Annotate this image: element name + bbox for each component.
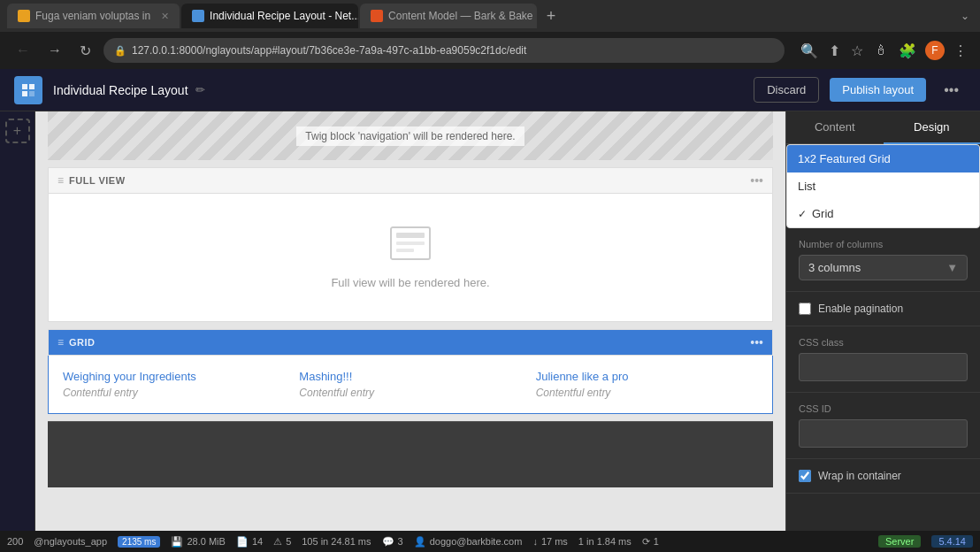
browser-tab-3[interactable]: Content Model — Bark & Bake ✕ <box>360 4 537 28</box>
server-badge: Server <box>878 535 921 548</box>
full-view-block-wrapper: ≡ FULL VIEW ••• Fu <box>48 167 773 322</box>
wrap-container-checkbox[interactable] <box>799 470 811 482</box>
grid-block-wrapper: ≡ GRID ••• Weighing your Ingredients Con… <box>48 329 773 414</box>
browser-actions: 🔍 ⬆ ☆ 🕯 🧩 F ⋮ <box>799 41 969 61</box>
messages-icon: 💬 <box>382 536 394 548</box>
extension-1-button[interactable]: 🕯 <box>872 41 890 60</box>
tab-label-1: Fuga veniam voluptas in <box>35 10 150 22</box>
forward-button[interactable]: → <box>42 39 67 62</box>
grid-check-icon: ✓ <box>798 208 807 220</box>
columns-arrow-icon: ▼ <box>946 261 958 274</box>
browser-tab-1[interactable]: Fuga veniam voluptas in ✕ <box>7 4 180 28</box>
tab-label-2: Individual Recipe Layout - Net... <box>210 10 358 22</box>
full-view-body-text: Full view will be rendered here. <box>331 276 489 289</box>
css-id-section: CSS ID <box>786 393 980 459</box>
panel-tabs: Content Design <box>786 111 980 144</box>
svg-rect-1 <box>29 84 34 89</box>
app-title-container: Individual Recipe Layout ✏ <box>53 83 205 97</box>
app: Individual Recipe Layout ✏ Discard Publi… <box>0 69 980 552</box>
profile-button[interactable]: F <box>925 41 945 60</box>
full-view-block-body: Full view will be rendered here. <box>48 194 773 322</box>
status-messages: 💬 3 <box>382 536 403 548</box>
grid-block-header[interactable]: ≡ GRID ••• <box>48 329 773 356</box>
svg-rect-3 <box>29 91 34 96</box>
status-count2: ⚠ 5 <box>273 536 291 548</box>
grid-item-0: Weighing your Ingredients Contentful ent… <box>63 370 285 399</box>
bookmark-button[interactable]: ☆ <box>849 41 865 61</box>
full-view-block-label: FULL VIEW <box>69 175 126 186</box>
grid-item-2: Julienne like a pro Contentful entry <box>536 370 758 399</box>
grid-block-body: Weighing your Ingredients Contentful ent… <box>48 356 773 414</box>
tab-favicon-3 <box>371 10 383 22</box>
extension-2-button[interactable]: 🧩 <box>897 41 918 61</box>
dropdown-option-list-label: List <box>798 180 815 193</box>
edit-title-icon[interactable]: ✏ <box>195 83 205 96</box>
dropdown-option-grid-label: Grid <box>812 207 834 220</box>
pagination-row: Enable pagination <box>799 303 968 315</box>
grid-block-menu[interactable]: ••• <box>750 335 763 349</box>
url-bar[interactable]: 🔒 127.0.0.1:8000/nglayouts/app#layout/7b… <box>103 38 785 63</box>
status-queue: ⟳ 1 <box>642 536 659 548</box>
dropdown-option-1x2-featured-grid[interactable]: 1x2 Featured Grid <box>787 145 979 172</box>
header-more-button[interactable]: ••• <box>937 79 966 102</box>
nav-block-text: Twig block 'navigation' will be rendered… <box>296 126 524 146</box>
svg-rect-0 <box>22 84 27 89</box>
pagination-section: Enable pagination <box>786 292 980 326</box>
right-panel: Content Design 1x2 Featured Grid List ✓ <box>785 111 980 552</box>
browser-tab-2[interactable]: Individual Recipe Layout - Net... ✕ <box>181 4 358 28</box>
full-view-drag-handle[interactable]: ≡ <box>57 174 64 187</box>
status-handle: @nglayouts_app <box>34 536 107 547</box>
canvas-area[interactable]: Twig block 'navigation' will be rendered… <box>35 111 785 552</box>
tab-close-1[interactable]: ✕ <box>161 11 169 22</box>
wrap-container-row: Wrap in container <box>799 470 968 482</box>
main-content: + Twig block 'navigation' will be render… <box>0 111 980 552</box>
full-view-icon <box>389 226 432 269</box>
status-count1: 📄 14 <box>236 536 263 548</box>
canvas-inner: Twig block 'navigation' will be rendered… <box>48 111 773 487</box>
full-view-block-header[interactable]: ≡ FULL VIEW ••• <box>48 167 773 194</box>
empty-block <box>48 421 773 487</box>
publish-layout-button[interactable]: Publish layout <box>830 78 926 102</box>
share-button[interactable]: ⬆ <box>827 41 842 61</box>
tab-favicon-1 <box>18 10 30 22</box>
nav-block: Twig block 'navigation' will be rendered… <box>48 111 773 160</box>
tab-design[interactable]: Design <box>884 111 981 144</box>
svg-rect-5 <box>396 233 425 238</box>
files-icon: 📄 <box>236 536 249 548</box>
back-button[interactable]: ← <box>11 39 35 62</box>
status-count3: 105 in 24.81 ms <box>302 536 371 547</box>
pagination-checkbox[interactable] <box>799 303 811 315</box>
tab-overflow-button[interactable]: ⌄ <box>957 6 973 26</box>
css-id-label: CSS ID <box>799 403 968 414</box>
wrap-container-section: Wrap in container <box>786 459 980 494</box>
reload-button[interactable]: ↻ <box>74 39 96 63</box>
status-time1-badge: 2135 ms <box>118 536 160 548</box>
svg-rect-2 <box>22 91 27 96</box>
memory-icon: 💾 <box>171 536 183 548</box>
grid-item-0-subtitle: Contentful entry <box>63 387 285 399</box>
lock-icon: 🔒 <box>114 45 126 57</box>
columns-select[interactable]: 3 columns ▼ <box>799 255 968 280</box>
new-tab-button[interactable]: + <box>539 4 563 28</box>
tab-label-3: Content Model — Bark & Bake <box>388 10 532 22</box>
add-block-button[interactable]: + <box>5 119 30 143</box>
app-header: Individual Recipe Layout ✏ Discard Publi… <box>0 69 980 111</box>
app-logo <box>14 76 42 104</box>
search-page-button[interactable]: 🔍 <box>799 41 820 61</box>
dropdown-option-grid[interactable]: ✓ Grid <box>787 200 979 227</box>
menu-button[interactable]: ⋮ <box>952 41 969 61</box>
view-type-dropdown: 1x2 Featured Grid List ✓ Grid <box>786 144 980 228</box>
css-class-input[interactable] <box>799 353 968 381</box>
grid-item-1: Mashing!!! Contentful entry <box>299 370 521 399</box>
grid-items-container: Weighing your Ingredients Contentful ent… <box>63 370 758 399</box>
dropdown-option-1x2-label: 1x2 Featured Grid <box>798 152 891 165</box>
tab-content[interactable]: Content <box>786 111 884 143</box>
css-class-label: CSS class <box>799 337 968 348</box>
dropdown-option-list[interactable]: List <box>787 172 979 200</box>
grid-drag-handle[interactable]: ≡ <box>57 336 64 349</box>
dropdown-menu: 1x2 Featured Grid List ✓ Grid <box>786 144 980 228</box>
full-view-block-menu[interactable]: ••• <box>750 173 763 188</box>
tab-favicon-2 <box>192 10 204 22</box>
css-id-input[interactable] <box>799 419 968 448</box>
discard-button[interactable]: Discard <box>754 77 819 103</box>
